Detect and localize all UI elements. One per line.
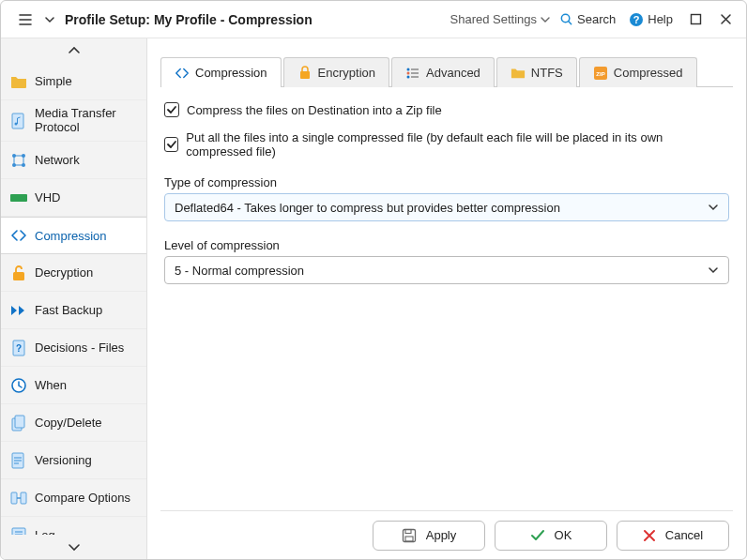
level-of-compression-select[interactable]: 5 - Normal compression — [164, 256, 729, 284]
svg-rect-16 — [15, 416, 24, 428]
sidebar-item-fast-backup[interactable]: Fast Backup — [1, 292, 146, 329]
tab-encryption[interactable]: Encryption — [283, 57, 389, 87]
window: Profile Setup: My Profile - Compression … — [0, 0, 747, 560]
sidebar-item-label: When — [35, 378, 67, 392]
footer-buttons: Apply OK Cancel — [160, 510, 733, 559]
close-button[interactable] — [710, 5, 740, 35]
level-of-compression-label: Level of compression — [164, 238, 729, 252]
compress-checkbox[interactable] — [164, 102, 179, 117]
sidebar: Simple Media Transfer Protocol Network V… — [1, 38, 147, 559]
select-value: 5 - Normal compression — [175, 264, 304, 278]
tab-label: Advanced — [426, 66, 480, 80]
ok-button[interactable]: OK — [495, 521, 607, 551]
compress-checkbox-row: Compress the files on Destination into a… — [164, 102, 729, 117]
sidebar-item-compression[interactable]: Compression — [1, 217, 146, 254]
tab-label: Compression — [195, 66, 267, 80]
svg-text:?: ? — [633, 14, 640, 25]
compress-checkbox-label: Compress the files on Destination into a… — [187, 103, 442, 117]
zip-icon: ZIP — [593, 66, 608, 81]
svg-text:ZIP: ZIP — [596, 71, 604, 77]
hamburger-menu-button[interactable] — [10, 5, 40, 35]
sidebar-item-decisions-files[interactable]: ? Decisions - Files — [1, 329, 146, 367]
sidebar-item-label: Network — [35, 153, 80, 167]
svg-text:?: ? — [16, 343, 22, 354]
svg-rect-18 — [11, 492, 17, 504]
svg-point-22 — [407, 68, 410, 70]
main-panel: Compression Encryption Advanced NTFS ZIP… — [147, 38, 746, 559]
svg-rect-29 — [405, 537, 413, 541]
search-label: Search — [577, 12, 616, 26]
music-file-icon — [10, 113, 27, 129]
single-file-checkbox[interactable] — [164, 137, 178, 152]
compress-icon — [10, 227, 27, 244]
versioning-icon — [10, 452, 27, 469]
search-button[interactable]: Search — [559, 12, 616, 26]
help-icon: ? — [629, 12, 644, 27]
sidebar-item-label: Decisions - Files — [35, 341, 124, 355]
sidebar-item-log[interactable]: Log — [1, 517, 146, 535]
sidebar-items: Simple Media Transfer Protocol Network V… — [1, 63, 146, 535]
type-of-compression-label: Type of compression — [164, 175, 729, 189]
network-icon — [10, 152, 27, 169]
compress-icon — [175, 66, 190, 81]
sidebar-item-label: Media Transfer Protocol — [35, 107, 137, 135]
sidebar-item-media-transfer[interactable]: Media Transfer Protocol — [1, 100, 146, 142]
button-label: OK — [555, 528, 572, 542]
help-button[interactable]: ? Help — [629, 12, 673, 27]
folder-icon — [10, 73, 27, 90]
question-file-icon: ? — [10, 340, 27, 356]
single-file-checkbox-row: Put all the files into a single compress… — [164, 130, 729, 159]
sidebar-item-label: Copy/Delete — [35, 416, 102, 430]
apply-button[interactable]: Apply — [373, 521, 485, 551]
chevron-down-icon[interactable] — [40, 5, 59, 35]
sidebar-item-vhd[interactable]: VHD — [1, 179, 146, 217]
compare-icon — [10, 490, 27, 507]
cancel-button[interactable]: Cancel — [617, 521, 729, 551]
tab-bar: Compression Encryption Advanced NTFS ZIP… — [160, 44, 733, 87]
tab-compression[interactable]: Compression — [160, 57, 282, 87]
log-icon — [10, 527, 27, 536]
svg-rect-11 — [13, 272, 24, 280]
maximize-button[interactable] — [680, 5, 710, 35]
shared-settings-label: Shared Settings — [450, 12, 538, 26]
sidebar-item-network[interactable]: Network — [1, 142, 146, 179]
save-icon — [402, 528, 417, 543]
sidebar-item-copy-delete[interactable]: Copy/Delete — [1, 404, 146, 442]
list-icon — [405, 66, 420, 81]
tab-compressed[interactable]: ZIP Compressed — [579, 57, 697, 87]
sidebar-item-label: VHD — [35, 190, 60, 204]
window-title: Profile Setup: My Profile - Compression — [65, 12, 450, 27]
svg-rect-21 — [300, 71, 310, 79]
single-file-checkbox-label: Put all the files into a single compress… — [186, 130, 729, 159]
drive-icon — [10, 189, 27, 206]
help-label: Help — [648, 12, 673, 26]
tab-label: Encryption — [318, 66, 375, 80]
tab-advanced[interactable]: Advanced — [391, 57, 495, 87]
tab-ntfs[interactable]: NTFS — [496, 57, 577, 87]
window-body: Simple Media Transfer Protocol Network V… — [1, 38, 746, 559]
copy-icon — [10, 415, 27, 431]
type-of-compression-select[interactable]: Deflated64 - Takes longer to compress bu… — [164, 193, 729, 221]
sidebar-item-label: Compression — [35, 229, 107, 243]
chevron-down-icon — [708, 202, 719, 213]
chevron-down-icon — [708, 265, 719, 276]
tab-content: Compress the files on Destination into a… — [160, 87, 733, 284]
svg-point-23 — [407, 71, 410, 74]
sidebar-scroll-up[interactable] — [1, 38, 146, 63]
sidebar-item-when[interactable]: When — [1, 367, 146, 404]
tab-label: NTFS — [531, 66, 563, 80]
shared-settings-button[interactable]: Shared Settings — [450, 12, 551, 26]
sidebar-item-versioning[interactable]: Versioning — [1, 442, 146, 479]
sidebar-item-compare-options[interactable]: Compare Options — [1, 479, 146, 517]
select-value: Deflated64 - Takes longer to compress bu… — [175, 201, 560, 215]
sidebar-item-simple[interactable]: Simple — [1, 63, 146, 100]
search-icon — [559, 12, 573, 26]
sidebar-item-decryption[interactable]: Decryption — [1, 254, 146, 292]
sidebar-scroll-down[interactable] — [1, 535, 146, 559]
clock-icon — [10, 377, 27, 394]
sidebar-item-label: Versioning — [35, 453, 92, 467]
button-label: Cancel — [665, 528, 703, 542]
close-icon — [643, 529, 656, 542]
svg-rect-19 — [21, 492, 26, 504]
folder-icon — [511, 66, 526, 81]
